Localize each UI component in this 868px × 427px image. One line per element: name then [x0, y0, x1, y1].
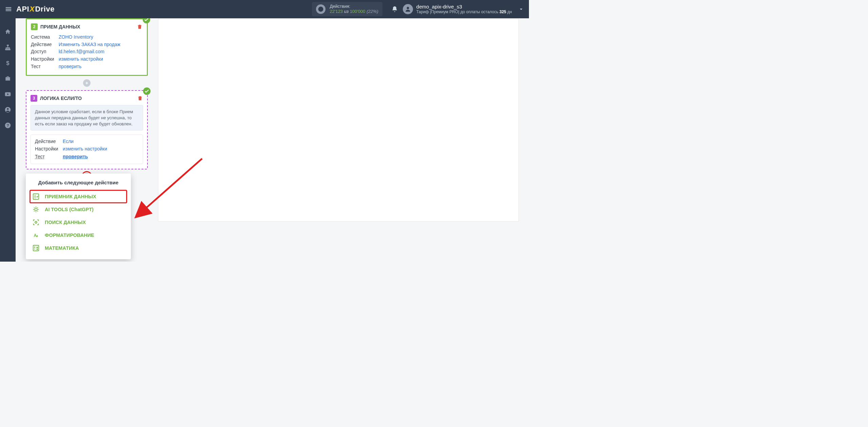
logo[interactable]: API X Drive [16, 5, 55, 14]
logo-drive: Drive [35, 5, 55, 14]
trash-icon[interactable] [137, 24, 143, 30]
user-avatar-icon [403, 4, 413, 14]
svg-rect-6 [9, 49, 10, 50]
svg-rect-5 [7, 49, 8, 50]
svg-point-15 [35, 221, 37, 223]
list-check-icon [32, 193, 40, 200]
popup-title: Добавить следующее действие [30, 180, 127, 185]
svg-text:a: a [36, 234, 38, 238]
svg-rect-18 [33, 245, 39, 251]
label-system: Система [31, 34, 59, 41]
ai-gear-icon [32, 206, 40, 213]
condition-note: Данное условие сработает, если в блоке П… [31, 105, 143, 130]
text-format-icon: Aa [32, 231, 40, 239]
popup-item-formatting[interactable]: Aa ФОРМАТИРОВАНИЕ [30, 229, 127, 242]
svg-rect-3 [7, 45, 9, 46]
left-sidebar: $ ? [0, 18, 16, 262]
popup-item-label: ПОИСК ДАННЫХ [45, 220, 86, 225]
label-test: Тест [35, 153, 63, 160]
status-check-icon [143, 87, 151, 95]
label-settings: Настройки [35, 145, 63, 152]
logo-x-icon: X [29, 5, 35, 14]
actions-values: 22'123 из 100'000 (22%) [330, 9, 378, 14]
trash-icon[interactable] [137, 95, 143, 101]
info-icon: i [316, 4, 326, 14]
label-access: Доступ [31, 48, 59, 56]
card-title: ПРИЕМ ДАННЫХ [40, 24, 137, 29]
top-navbar: API X Drive i Действия: 22'123 из 100'00… [0, 0, 529, 18]
popup-item-math[interactable]: МАТЕМАТИКА [30, 242, 127, 255]
svg-text:?: ? [6, 123, 9, 127]
user-plan: Тариф |Премиум PRO| до оплаты осталось 3… [416, 9, 512, 14]
connections-icon[interactable] [4, 44, 12, 51]
step-badge-3: 3 [31, 95, 37, 102]
actions-counter[interactable]: i Действия: 22'123 из 100'000 (22%) [312, 2, 382, 16]
value-action[interactable]: Если [63, 138, 74, 145]
svg-text:i: i [320, 7, 321, 11]
value-system[interactable]: ZOHO Inventory [59, 34, 93, 41]
svg-rect-4 [5, 49, 7, 50]
value-access[interactable]: ld.helen.f@gmail.com [59, 48, 104, 56]
value-settings[interactable]: изменить настройки [63, 145, 107, 152]
popup-item-label: МАТЕМАТИКА [45, 245, 79, 251]
value-test[interactable]: проверить [63, 153, 88, 160]
content: 2 ПРИЕМ ДАННЫХ СистемаZOHO Inventory Дей… [16, 18, 529, 262]
status-check-icon [143, 18, 150, 23]
popup-item-label: AI TOOLS (ChatGPT) [45, 207, 94, 212]
label-action: Действие [31, 41, 59, 48]
label-action: Действие [35, 138, 63, 145]
svg-point-14 [35, 208, 37, 210]
scan-icon [32, 219, 40, 226]
add-step-button[interactable]: + [83, 79, 91, 87]
chevron-down-icon [518, 6, 524, 12]
popup-item-label: ФОРМАТИРОВАНИЕ [45, 232, 94, 238]
label-test: Тест [31, 63, 59, 70]
card-title: ЛОГИКА ЕСЛИ/ТО [40, 96, 137, 101]
briefcase-icon[interactable] [4, 75, 12, 82]
user-name: demo_apix-drive_s3 [416, 4, 512, 10]
profile-icon[interactable] [4, 106, 12, 113]
popup-item-data-search[interactable]: ПОИСК ДАННЫХ [30, 216, 127, 229]
value-action[interactable]: Изменить ЗАКАЗ на продаж [59, 41, 120, 48]
card-data-receive[interactable]: 2 ПРИЕМ ДАННЫХ СистемаZOHO Inventory Дей… [26, 18, 148, 76]
notifications-icon[interactable] [391, 6, 398, 13]
svg-point-10 [7, 108, 9, 110]
logo-api: API [16, 5, 29, 14]
workflow-column: 2 ПРИЕМ ДАННЫХ СистемаZOHO Inventory Дей… [26, 18, 148, 222]
home-icon[interactable] [4, 28, 12, 35]
video-icon[interactable] [4, 91, 12, 98]
card-logic-ifthen[interactable]: 3 ЛОГИКА ЕСЛИ/ТО Данное условие сработае… [26, 90, 148, 169]
help-icon[interactable]: ? [4, 122, 12, 129]
label-settings: Настройки [31, 56, 59, 63]
popup-item-ai-tools[interactable]: AI TOOLS (ChatGPT) [30, 203, 127, 216]
actions-label: Действия: [330, 4, 378, 9]
math-icon [32, 244, 40, 252]
step-badge-2: 2 [31, 23, 38, 30]
right-panel [158, 18, 519, 222]
value-test[interactable]: проверить [59, 63, 82, 70]
popup-item-data-receiver[interactable]: ПРИЕМНИК ДАННЫХ [30, 190, 127, 203]
user-menu[interactable]: demo_apix-drive_s3 Тариф |Премиум PRO| д… [403, 4, 524, 15]
svg-point-2 [407, 7, 409, 9]
add-action-popup: Добавить следующее действие ПРИЕМНИК ДАН… [26, 174, 131, 259]
value-settings[interactable]: изменить настройки [59, 56, 103, 63]
billing-icon[interactable]: $ [4, 60, 12, 66]
menu-button[interactable] [5, 5, 12, 13]
svg-text:$: $ [6, 60, 9, 66]
popup-item-label: ПРИЕМНИК ДАННЫХ [45, 194, 96, 199]
